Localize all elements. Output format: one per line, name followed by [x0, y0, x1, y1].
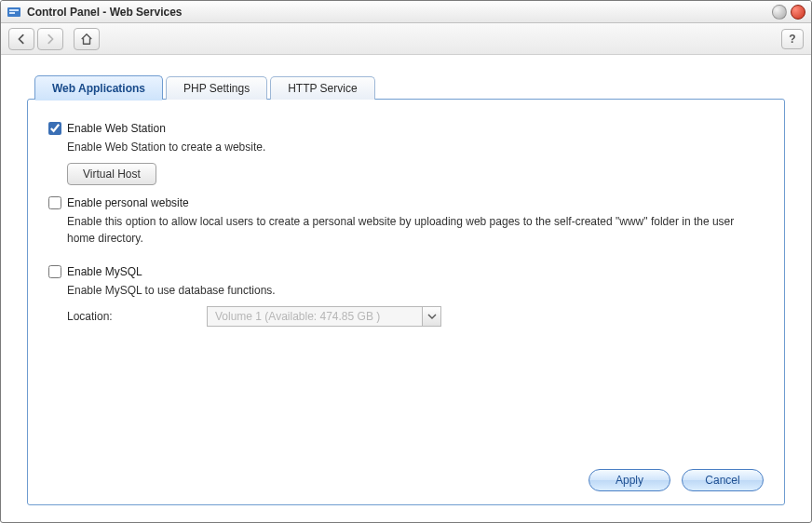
tab-label: PHP Settings — [183, 82, 250, 95]
section-mysql: Enable MySQL Enable MySQL to use databas… — [48, 265, 764, 327]
enable-web-station-label: Enable Web Station — [67, 122, 166, 135]
app-icon — [7, 5, 21, 20]
window-root: Control Panel - Web Services ? Web Appli… — [0, 0, 812, 523]
help-button[interactable]: ? — [781, 29, 804, 49]
panel-footer: Apply Cancel — [48, 458, 764, 491]
mysql-description: Enable MySQL to use database functions. — [67, 282, 738, 299]
svg-rect-1 — [9, 9, 19, 11]
minimize-button[interactable] — [772, 5, 787, 20]
enable-web-station-checkbox[interactable] — [48, 122, 61, 135]
tab-http-service[interactable]: HTTP Service — [270, 76, 374, 100]
section-personal-website: Enable personal website Enable this opti… — [48, 196, 764, 254]
tab-label: HTTP Service — [288, 82, 357, 95]
svg-rect-2 — [9, 12, 15, 14]
nav-home-button[interactable] — [74, 28, 100, 50]
window-title: Control Panel - Web Services — [27, 6, 768, 19]
nav-forward-button[interactable] — [37, 28, 63, 50]
web-station-description: Enable Web Station to create a website. — [67, 139, 738, 155]
enable-mysql-label: Enable MySQL — [67, 265, 142, 278]
titlebar: Control Panel - Web Services — [1, 1, 811, 23]
help-icon: ? — [789, 33, 795, 46]
tab-strip: Web Applications PHP Settings HTTP Servi… — [27, 75, 785, 100]
virtual-host-button[interactable]: Virtual Host — [67, 163, 156, 185]
location-label: Location: — [67, 310, 207, 323]
tab-label: Web Applications — [52, 82, 145, 95]
cancel-button[interactable]: Cancel — [682, 469, 764, 491]
apply-button[interactable]: Apply — [589, 469, 670, 491]
enable-personal-website-label: Enable personal website — [67, 196, 189, 209]
tab-panel: Enable Web Station Enable Web Station to… — [27, 99, 785, 505]
chevron-down-icon — [422, 307, 440, 326]
location-select[interactable]: Volume 1 (Available: 474.85 GB ) — [207, 306, 441, 327]
tab-php-settings[interactable]: PHP Settings — [166, 76, 267, 100]
toolbar: ? — [1, 23, 811, 55]
enable-mysql-checkbox[interactable] — [48, 265, 61, 278]
content-area: Web Applications PHP Settings HTTP Servi… — [1, 55, 811, 522]
tab-web-applications[interactable]: Web Applications — [34, 75, 163, 100]
enable-personal-website-checkbox[interactable] — [48, 196, 61, 209]
personal-website-description: Enable this option to allow local users … — [67, 213, 738, 247]
nav-back-button[interactable] — [8, 28, 34, 50]
close-button[interactable] — [791, 5, 805, 20]
mysql-location-row: Location: Volume 1 (Available: 474.85 GB… — [67, 306, 764, 327]
location-selected-value: Volume 1 (Available: 474.85 GB ) — [208, 310, 422, 323]
section-web-station: Enable Web Station Enable Web Station to… — [48, 122, 764, 185]
